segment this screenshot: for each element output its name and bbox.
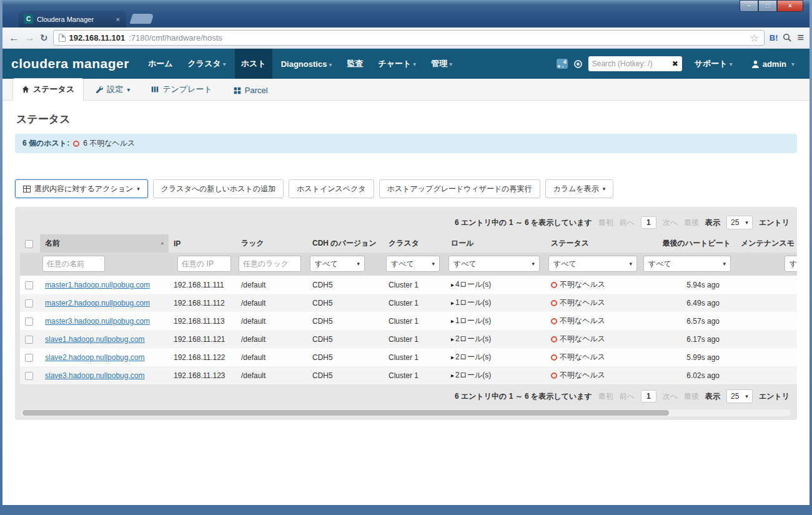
- page-prev[interactable]: 前へ: [620, 218, 635, 228]
- tab-templates[interactable]: テンプレート: [142, 78, 222, 101]
- column-ip[interactable]: IP: [169, 234, 236, 252]
- row-checkbox[interactable]: [25, 318, 33, 326]
- forward-icon[interactable]: →: [24, 32, 35, 43]
- tab-configuration[interactable]: 設定 ▾: [86, 78, 139, 101]
- select-all-checkbox[interactable]: [25, 240, 33, 248]
- close-button[interactable]: ×: [777, 0, 803, 12]
- chevron-down-icon: ▾: [413, 61, 416, 68]
- ip-filter-input[interactable]: [177, 256, 231, 272]
- nav-support[interactable]: サポート▾: [688, 49, 739, 79]
- tab-status[interactable]: ステータス: [12, 78, 84, 101]
- name-filter-input[interactable]: [42, 256, 105, 272]
- cloudera-manager-logo[interactable]: cloudera manager: [11, 56, 129, 71]
- nav-administration[interactable]: 管理▾: [425, 49, 458, 79]
- host-inspector-button[interactable]: ホストインスペクタ: [289, 179, 374, 198]
- hosts-summary-banner: 6 個のホスト: 6 不明なヘルス: [15, 134, 797, 153]
- page-size-select[interactable]: 25▾: [726, 389, 753, 403]
- page-next[interactable]: 次へ: [663, 218, 678, 228]
- nav-home[interactable]: ホーム: [142, 49, 179, 79]
- browser-titlebar: C Cloudera Manager × – □ ×: [2, 0, 810, 28]
- hatena-extension-icon[interactable]: B!: [770, 33, 778, 42]
- clear-search-icon[interactable]: ✖: [672, 59, 678, 68]
- page-last[interactable]: 最後: [684, 391, 699, 402]
- sort-asc-icon: ▴: [161, 239, 164, 246]
- tab-title: Cloudera Manager: [37, 16, 111, 23]
- home-icon: [22, 86, 29, 93]
- host-link[interactable]: slave2.hadoop.nullpobug.com: [45, 353, 144, 362]
- minimize-button[interactable]: –: [740, 0, 758, 12]
- host-link[interactable]: slave3.hadoop.nullpobug.com: [45, 371, 144, 380]
- display-columns-button[interactable]: カラムを表示 ▾: [545, 179, 614, 198]
- new-tab-button[interactable]: [129, 14, 154, 24]
- status-filter-select[interactable]: すべて▾: [548, 256, 637, 272]
- maintenance-filter-select[interactable]: すべ▾: [785, 256, 797, 272]
- nav-user-menu[interactable]: admin▾: [745, 50, 801, 78]
- column-rack[interactable]: ラック: [236, 234, 307, 252]
- page-prev[interactable]: 前へ: [620, 391, 635, 402]
- row-checkbox[interactable]: [25, 299, 33, 308]
- cdh-filter-select[interactable]: すべて▾: [310, 256, 365, 272]
- rerun-upgrade-wizard-button[interactable]: ホストアップグレードウィザードの再実行: [379, 179, 540, 198]
- expand-roles-icon[interactable]: ▸: [451, 354, 454, 361]
- column-name[interactable]: 名前▴: [40, 234, 169, 252]
- page-current[interactable]: 1: [641, 390, 656, 402]
- user-icon: [751, 60, 760, 68]
- nav-clusters[interactable]: クラスタ▾: [182, 49, 232, 79]
- page-next[interactable]: 次へ: [663, 391, 678, 402]
- actions-for-selected-button[interactable]: 選択内容に対するアクション ▾: [15, 179, 148, 198]
- scrollbar-thumb[interactable]: [22, 410, 669, 416]
- column-last-heartbeat[interactable]: 最後のハートビート: [641, 234, 736, 252]
- row-checkbox[interactable]: [25, 372, 33, 380]
- url-bar[interactable]: 192.168.11.101:7180/cmf/hardware/hosts ☆: [53, 30, 765, 46]
- nav-diagnostics[interactable]: Diagnostics▾: [275, 50, 339, 78]
- filter-row: すべて▾ すべて▾ すべて▾ すべて▾ すべて▾ すべ▾: [20, 252, 797, 276]
- search-icon[interactable]: [783, 33, 792, 42]
- page-current[interactable]: 1: [641, 216, 656, 229]
- expand-roles-icon[interactable]: ▸: [451, 318, 454, 324]
- nav-charts[interactable]: チャート▾: [372, 49, 422, 79]
- bookmark-star-icon[interactable]: ☆: [750, 32, 758, 44]
- horizontal-scrollbar[interactable]: [21, 409, 791, 416]
- column-maintenance-mode[interactable]: メンテナンスモ: [736, 234, 797, 252]
- host-link[interactable]: master2.hadoop.nullpobug.com: [45, 299, 150, 308]
- cluster-filter-select[interactable]: すべて▾: [386, 256, 440, 272]
- nav-audits[interactable]: 監査: [340, 49, 369, 79]
- page-first[interactable]: 最初: [598, 218, 613, 228]
- expand-roles-icon[interactable]: ▸: [451, 281, 454, 288]
- page-last[interactable]: 最後: [684, 218, 699, 228]
- nav-hosts[interactable]: ホスト: [235, 49, 272, 79]
- back-icon[interactable]: ←: [9, 32, 19, 43]
- add-hosts-button[interactable]: クラスタへの新しいホストの追加: [153, 179, 284, 198]
- row-checkbox[interactable]: [25, 336, 33, 344]
- column-cluster[interactable]: クラスタ: [384, 234, 446, 252]
- browser-window: C Cloudera Manager × – □ × ← → ↻ 192.168…: [0, 0, 812, 515]
- expand-roles-icon[interactable]: ▸: [451, 336, 454, 342]
- browser-tab[interactable]: C Cloudera Manager ×: [19, 11, 126, 28]
- host-link[interactable]: master3.hadoop.nullpobug.com: [45, 317, 150, 326]
- column-cdh-version[interactable]: CDH のバージョン: [307, 234, 384, 252]
- page-size-select[interactable]: 25▾: [726, 216, 753, 229]
- tab-close-icon[interactable]: ×: [115, 16, 121, 23]
- parcel-indicator-icon[interactable]: [574, 60, 582, 68]
- row-checkbox[interactable]: [25, 281, 33, 289]
- row-checkbox[interactable]: [25, 354, 33, 362]
- host-link[interactable]: master1.hadoop.nullpobug.com: [45, 281, 150, 289]
- roles-filter-select[interactable]: すべて▾: [448, 256, 540, 272]
- expand-roles-icon[interactable]: ▸: [451, 372, 454, 379]
- health-summary-link[interactable]: 6 不明なヘルス: [83, 138, 135, 149]
- chrome-menu-icon[interactable]: ≡: [797, 31, 803, 44]
- reload-icon[interactable]: ↻: [40, 32, 48, 44]
- app-navbar: cloudera manager ホーム クラスタ▾ ホスト Diagnosti…: [2, 49, 810, 79]
- host-link[interactable]: slave1.hadoop.nullpobug.com: [45, 335, 144, 344]
- page-first[interactable]: 最初: [598, 391, 613, 402]
- column-status[interactable]: ステータス: [546, 234, 641, 252]
- running-commands-icon[interactable]: 4: [557, 59, 568, 69]
- heartbeat-filter-select[interactable]: すべて▾: [643, 256, 731, 272]
- search-input[interactable]: [592, 59, 670, 68]
- column-roles[interactable]: ロール: [446, 234, 546, 252]
- rack-filter-input[interactable]: [239, 256, 301, 272]
- maximize-button[interactable]: □: [758, 0, 777, 12]
- global-search[interactable]: ✖: [588, 56, 682, 71]
- tab-parcel[interactable]: Parcel: [224, 80, 277, 101]
- expand-roles-icon[interactable]: ▸: [451, 299, 454, 306]
